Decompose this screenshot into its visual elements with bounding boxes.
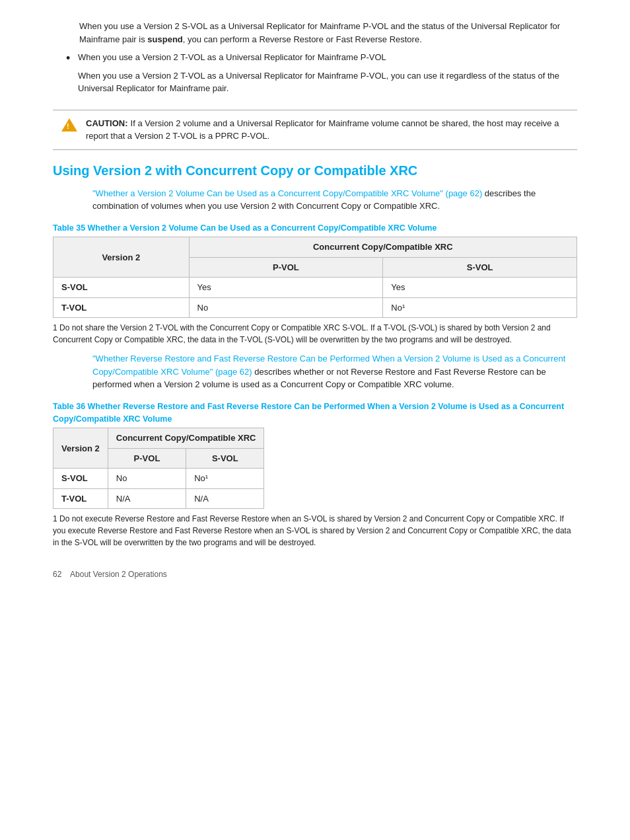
page-label: About Version 2 Operations — [70, 570, 167, 579]
intro-text-1b: , you can perform a Reverse Restore or F… — [183, 34, 422, 44]
bullet-dot-1: • — [66, 51, 78, 100]
table36-row-label: T-VOL — [53, 488, 108, 509]
bullet-sub-text: When you use a Version 2 T-VOL as a Univ… — [78, 69, 577, 95]
bullet-item-1: • When you use a Version 2 T-VOL as a Un… — [66, 51, 577, 100]
section-intro: "Whether a Version 2 Volume Can be Used … — [92, 187, 577, 213]
page-number: 62 — [53, 570, 61, 579]
table35-col3-header: S-VOL — [383, 257, 577, 278]
caution-text: CAUTION:If a Version 2 volume and a Univ… — [86, 117, 571, 143]
table36-row-svol: N/A — [186, 488, 264, 509]
table36-colgroup-header: Concurrent Copy/Compatible XRC — [108, 428, 264, 449]
table36-row-pvol: No — [108, 469, 186, 489]
table36-footnote: 1 Do not execute Reverse Restore and Fas… — [53, 513, 577, 549]
table35: Version 2 Concurrent Copy/Compatible XRC… — [53, 237, 577, 318]
table36-footnote-text: 1 Do not execute Reverse Restore and Fas… — [53, 514, 571, 547]
table36-row: T-VOL N/A N/A — [53, 488, 264, 509]
intro-paragraph: When you use a Version 2 S-VOL as a Univ… — [79, 20, 577, 46]
page-footer: 62 About Version 2 Operations — [26, 568, 604, 580]
table36-col1-header: Version 2 — [53, 428, 108, 469]
table35-footnote: 1 Do not share the Version 2 T-VOL with … — [53, 322, 577, 346]
intro-bold-1: suspend — [147, 34, 182, 44]
table35-row-svol: No¹ — [383, 297, 577, 318]
caution-icon — [53, 117, 86, 132]
caution-label: CAUTION: — [86, 118, 128, 128]
caution-triangle-icon — [61, 118, 77, 132]
table35-colgroup-header: Concurrent Copy/Compatible XRC — [189, 237, 577, 258]
table36-col3-header: S-VOL — [186, 448, 264, 469]
caution-box: CAUTION:If a Version 2 volume and a Univ… — [53, 110, 577, 150]
table36-row-svol: No¹ — [186, 469, 264, 489]
table35-caption: Table 35 Whether a Version 2 Volume Can … — [53, 222, 577, 235]
table36-row-pvol: N/A — [108, 488, 186, 509]
bullet-main-text: When you use a Version 2 T-VOL as a Univ… — [78, 51, 577, 64]
table35-row: S-VOL Yes Yes — [53, 278, 577, 298]
table35-col1-header: Version 2 — [53, 237, 190, 278]
section-link[interactable]: "Whether a Version 2 Volume Can be Used … — [92, 188, 482, 198]
table35-col2-header: P-VOL — [189, 257, 383, 278]
table35-row: T-VOL No No¹ — [53, 297, 577, 318]
table35-row-pvol: No — [189, 297, 383, 318]
table36-row-label: S-VOL — [53, 469, 108, 489]
table36-caption: Table 36 Whether Reverse Restore and Fas… — [53, 401, 577, 426]
caution-body: If a Version 2 volume and a Universal Re… — [86, 118, 559, 141]
table35-row-svol: Yes — [383, 278, 577, 298]
section-heading: Using Version 2 with Concurrent Copy or … — [53, 162, 577, 179]
table35-footnote-text: 1 Do not share the Version 2 T-VOL with … — [53, 323, 551, 344]
table35-row-label: T-VOL — [53, 297, 190, 318]
table35-row-label: S-VOL — [53, 278, 190, 298]
table36-col2-header: P-VOL — [108, 448, 186, 469]
section2-intro: "Whether Reverse Restore and Fast Revers… — [92, 352, 577, 391]
bullet-content-1: When you use a Version 2 T-VOL as a Univ… — [78, 51, 577, 100]
table36: Version 2 Concurrent Copy/Compatible XRC… — [53, 428, 264, 509]
table36-row: S-VOL No No¹ — [53, 469, 264, 489]
table35-row-pvol: Yes — [189, 278, 383, 298]
